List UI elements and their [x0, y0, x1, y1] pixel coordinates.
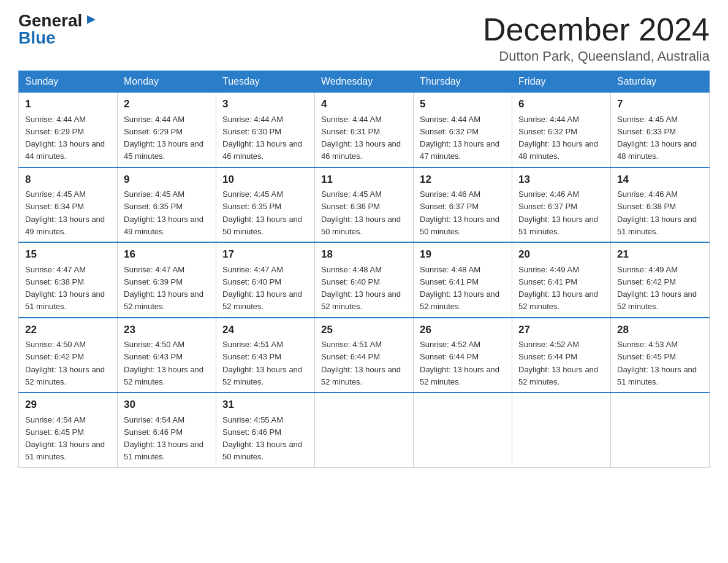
calendar-cell: 22 Sunrise: 4:50 AMSunset: 6:42 PMDaylig…	[19, 318, 118, 393]
logo: General Blue	[18, 12, 98, 47]
calendar-cell: 12 Sunrise: 4:46 AMSunset: 6:37 PMDaylig…	[414, 167, 512, 243]
day-info: Sunrise: 4:51 AMSunset: 6:44 PMDaylight:…	[321, 340, 401, 386]
logo-triangle-icon	[85, 13, 98, 26]
day-number: 6	[518, 96, 604, 112]
day-info: Sunrise: 4:48 AMSunset: 6:40 PMDaylight:…	[321, 265, 401, 312]
day-info: Sunrise: 4:46 AMSunset: 6:38 PMDaylight:…	[617, 190, 697, 236]
day-number: 10	[222, 172, 308, 188]
day-number: 16	[124, 247, 210, 262]
calendar-cell: 14 Sunrise: 4:46 AMSunset: 6:38 PMDaylig…	[611, 167, 710, 243]
day-info: Sunrise: 4:47 AMSunset: 6:40 PMDaylight:…	[222, 265, 302, 312]
day-number: 12	[420, 172, 506, 188]
day-number: 5	[420, 96, 506, 112]
day-number: 26	[420, 322, 506, 338]
calendar-cell: 28 Sunrise: 4:53 AMSunset: 6:45 PMDaylig…	[611, 318, 710, 393]
day-number: 13	[518, 172, 604, 188]
day-info: Sunrise: 4:44 AMSunset: 6:32 PMDaylight:…	[420, 115, 499, 161]
calendar-cell: 30 Sunrise: 4:54 AMSunset: 6:46 PMDaylig…	[118, 393, 216, 467]
day-number: 28	[617, 322, 703, 338]
day-number: 11	[321, 172, 407, 188]
calendar-cell: 9 Sunrise: 4:45 AMSunset: 6:35 PMDayligh…	[118, 167, 216, 243]
day-info: Sunrise: 4:53 AMSunset: 6:45 PMDaylight:…	[617, 340, 697, 386]
calendar-cell: 6 Sunrise: 4:44 AMSunset: 6:32 PMDayligh…	[512, 93, 611, 167]
day-number: 2	[124, 96, 210, 112]
day-number: 31	[222, 397, 308, 413]
day-number: 4	[321, 96, 407, 112]
calendar-header-tuesday: Tuesday	[216, 71, 315, 93]
day-info: Sunrise: 4:48 AMSunset: 6:41 PMDaylight:…	[420, 265, 499, 312]
day-info: Sunrise: 4:45 AMSunset: 6:33 PMDaylight:…	[617, 115, 697, 161]
calendar-header-saturday: Saturday	[611, 71, 710, 93]
calendar-header-friday: Friday	[512, 71, 611, 93]
calendar-header-sunday: Sunday	[19, 71, 118, 93]
calendar-cell: 20 Sunrise: 4:49 AMSunset: 6:41 PMDaylig…	[512, 242, 611, 318]
calendar-header-thursday: Thursday	[414, 71, 512, 93]
day-info: Sunrise: 4:44 AMSunset: 6:32 PMDaylight:…	[518, 115, 598, 161]
day-info: Sunrise: 4:47 AMSunset: 6:39 PMDaylight:…	[124, 265, 203, 312]
day-info: Sunrise: 4:54 AMSunset: 6:45 PMDaylight:…	[25, 415, 105, 462]
calendar-cell: 3 Sunrise: 4:44 AMSunset: 6:30 PMDayligh…	[216, 93, 315, 167]
day-info: Sunrise: 4:51 AMSunset: 6:43 PMDaylight:…	[222, 340, 302, 386]
location-subtitle: Dutton Park, Queensland, Australia	[483, 48, 710, 64]
day-number: 27	[518, 322, 604, 338]
day-number: 24	[222, 322, 308, 338]
day-number: 30	[124, 397, 210, 413]
calendar-cell: 8 Sunrise: 4:45 AMSunset: 6:34 PMDayligh…	[19, 167, 118, 243]
calendar-cell: 26 Sunrise: 4:52 AMSunset: 6:44 PMDaylig…	[414, 318, 512, 393]
calendar-week-row: 8 Sunrise: 4:45 AMSunset: 6:34 PMDayligh…	[19, 167, 710, 243]
svg-marker-0	[87, 15, 96, 24]
calendar-week-row: 22 Sunrise: 4:50 AMSunset: 6:42 PMDaylig…	[19, 318, 710, 393]
day-number: 25	[321, 322, 407, 338]
calendar-cell: 19 Sunrise: 4:48 AMSunset: 6:41 PMDaylig…	[414, 242, 512, 318]
month-title: December 2024	[483, 12, 710, 47]
calendar-cell: 10 Sunrise: 4:45 AMSunset: 6:35 PMDaylig…	[216, 167, 315, 243]
day-number: 7	[617, 96, 703, 112]
day-number: 22	[25, 322, 111, 338]
day-number: 15	[25, 247, 111, 262]
calendar-cell: 27 Sunrise: 4:52 AMSunset: 6:44 PMDaylig…	[512, 318, 611, 393]
day-number: 9	[124, 172, 210, 188]
logo-general-text: General	[18, 12, 82, 29]
day-info: Sunrise: 4:49 AMSunset: 6:41 PMDaylight:…	[518, 265, 598, 312]
calendar-header-row: SundayMondayTuesdayWednesdayThursdayFrid…	[19, 71, 710, 93]
calendar-week-row: 1 Sunrise: 4:44 AMSunset: 6:29 PMDayligh…	[19, 93, 710, 167]
calendar-cell: 18 Sunrise: 4:48 AMSunset: 6:40 PMDaylig…	[315, 242, 414, 318]
calendar-cell: 24 Sunrise: 4:51 AMSunset: 6:43 PMDaylig…	[216, 318, 315, 393]
calendar-table: SundayMondayTuesdayWednesdayThursdayFrid…	[18, 71, 710, 468]
day-number: 14	[617, 172, 703, 188]
day-number: 17	[222, 247, 308, 262]
calendar-cell: 21 Sunrise: 4:49 AMSunset: 6:42 PMDaylig…	[611, 242, 710, 318]
day-number: 20	[518, 247, 604, 262]
calendar-cell: 5 Sunrise: 4:44 AMSunset: 6:32 PMDayligh…	[414, 93, 512, 167]
calendar-cell: 17 Sunrise: 4:47 AMSunset: 6:40 PMDaylig…	[216, 242, 315, 318]
day-info: Sunrise: 4:45 AMSunset: 6:35 PMDaylight:…	[124, 190, 203, 236]
day-number: 3	[222, 96, 308, 112]
logo-blue-text: Blue	[18, 29, 56, 47]
day-info: Sunrise: 4:45 AMSunset: 6:35 PMDaylight:…	[222, 190, 302, 236]
title-block: December 2024 Dutton Park, Queensland, A…	[483, 12, 710, 64]
day-info: Sunrise: 4:44 AMSunset: 6:29 PMDaylight:…	[25, 115, 105, 161]
day-info: Sunrise: 4:47 AMSunset: 6:38 PMDaylight:…	[25, 265, 105, 312]
day-info: Sunrise: 4:50 AMSunset: 6:43 PMDaylight:…	[124, 340, 203, 386]
day-info: Sunrise: 4:55 AMSunset: 6:46 PMDaylight:…	[222, 415, 302, 462]
day-info: Sunrise: 4:46 AMSunset: 6:37 PMDaylight:…	[420, 190, 499, 236]
day-number: 21	[617, 247, 703, 262]
calendar-cell: 1 Sunrise: 4:44 AMSunset: 6:29 PMDayligh…	[19, 93, 118, 167]
day-info: Sunrise: 4:45 AMSunset: 6:34 PMDaylight:…	[25, 190, 105, 236]
day-number: 18	[321, 247, 407, 262]
calendar-week-row: 29 Sunrise: 4:54 AMSunset: 6:45 PMDaylig…	[19, 393, 710, 467]
day-number: 8	[25, 172, 111, 188]
calendar-cell: 13 Sunrise: 4:46 AMSunset: 6:37 PMDaylig…	[512, 167, 611, 243]
day-info: Sunrise: 4:54 AMSunset: 6:46 PMDaylight:…	[124, 415, 203, 462]
day-info: Sunrise: 4:44 AMSunset: 6:30 PMDaylight:…	[222, 115, 302, 161]
calendar-cell	[512, 393, 611, 467]
page-header: General Blue December 2024 Dutton Park, …	[18, 12, 710, 64]
calendar-cell: 7 Sunrise: 4:45 AMSunset: 6:33 PMDayligh…	[611, 93, 710, 167]
calendar-cell: 16 Sunrise: 4:47 AMSunset: 6:39 PMDaylig…	[118, 242, 216, 318]
day-number: 19	[420, 247, 506, 262]
calendar-header-monday: Monday	[118, 71, 216, 93]
calendar-cell	[611, 393, 710, 467]
calendar-cell: 25 Sunrise: 4:51 AMSunset: 6:44 PMDaylig…	[315, 318, 414, 393]
calendar-cell	[414, 393, 512, 467]
day-number: 1	[25, 96, 111, 112]
